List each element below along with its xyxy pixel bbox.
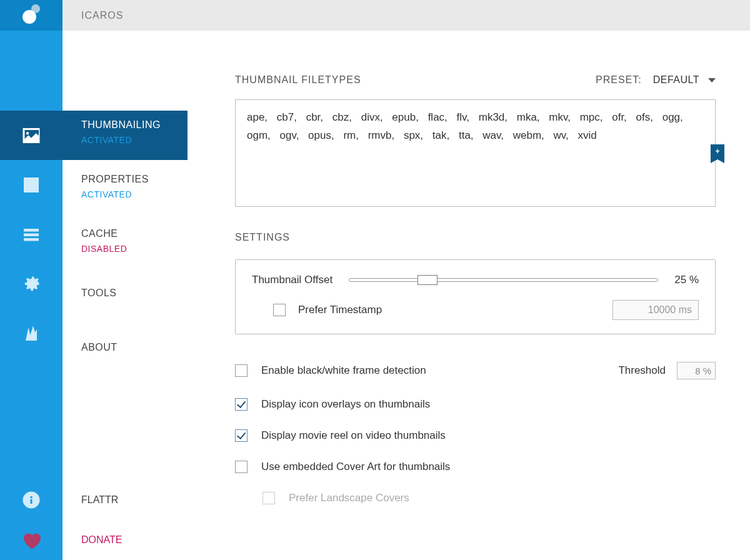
cover-art-label: Use embedded Cover Art for thumbnails [261,461,450,473]
properties-icon[interactable] [0,160,62,209]
cover-art-checkbox[interactable] [235,461,248,473]
thumbnail-offset-slider[interactable] [349,278,658,282]
sidebar-item-properties[interactable]: PROPERTIES ACTIVATED [62,165,188,214]
status-badge: ACTIVATED [81,135,188,145]
app-logo [0,0,62,31]
sidebar-item-label: PROPERTIES [81,174,188,185]
sidebar-item-label: DONATE [81,534,122,546]
donate-icon[interactable] [0,520,62,560]
nav-labels: THUMBNAILING ACTIVATED PROPERTIES ACTIVA… [62,31,188,560]
sidebar-item-tools[interactable]: TOOLS [62,274,188,323]
threshold-input[interactable] [677,362,716,379]
sidebar-item-flattr[interactable]: FLATTR [62,480,188,520]
status-badge: ACTIVATED [81,189,188,199]
settings-heading: SETTINGS [235,232,716,243]
offset-panel: Thumbnail Offset 25 % Prefer Timestamp [235,259,716,334]
thumbnail-offset-label: Thumbnail Offset [252,274,332,286]
preset-value: DEFAULT [653,74,699,86]
bookmark-add-button[interactable]: + [711,144,724,163]
sidebar-item-thumbnailing[interactable]: THUMBNAILING ACTIVATED [62,111,188,160]
bw-detect-checkbox[interactable] [235,364,248,377]
filetypes-heading: THUMBNAIL FILETYPES [235,74,361,86]
icon-sidebar [0,31,62,560]
sidebar-item-label: FLATTR [81,494,118,506]
sidebar-item-label: THUMBNAILING [81,119,188,131]
status-badge: DISABLED [81,244,188,254]
sidebar-item-donate[interactable]: DONATE [62,520,188,560]
filetypes-input[interactable]: ape, cb7, cbr, cbz, divx, epub, flac, fl… [235,99,716,207]
thumbnailing-icon[interactable] [0,111,62,160]
sidebar-item-label: TOOLS [81,282,188,299]
header: ICAROS [0,0,750,31]
sidebar-item-about[interactable]: ABOUT [62,328,188,378]
icon-overlays-label: Display icon overlays on thumbnails [261,398,430,411]
app-title: ICAROS [81,10,123,21]
thumbnail-offset-value: 25 % [674,274,699,286]
movie-reel-label: Display movie reel on video thumbnails [261,429,446,442]
plus-icon: + [711,147,724,156]
timestamp-input[interactable] [612,300,699,320]
prefer-timestamp-checkbox[interactable] [273,304,286,316]
about-icon[interactable] [0,308,62,358]
flattr-icon[interactable] [0,480,62,520]
icon-overlays-checkbox[interactable] [235,398,248,411]
bw-detect-label: Enable black/white frame detection [261,364,426,377]
cache-icon[interactable] [0,209,62,259]
preset-dropdown[interactable]: DEFAULT [653,74,716,86]
preset-label: PRESET: [596,74,642,86]
movie-reel-checkbox[interactable] [235,429,248,442]
main-content: THUMBNAIL FILETYPES PRESET: DEFAULT ape,… [188,31,750,560]
prefer-timestamp-label: Prefer Timestamp [298,304,382,316]
landscape-label: Prefer Landscape Covers [289,492,409,504]
sidebar-item-cache[interactable]: CACHE DISABLED [62,219,188,269]
chevron-down-icon [708,78,716,82]
sidebar-item-label: CACHE [81,228,188,239]
tools-icon[interactable] [0,259,62,308]
slider-thumb[interactable] [418,275,438,285]
threshold-label: Threshold [618,364,666,377]
landscape-checkbox[interactable] [262,492,275,504]
sidebar-item-label: ABOUT [81,337,188,353]
